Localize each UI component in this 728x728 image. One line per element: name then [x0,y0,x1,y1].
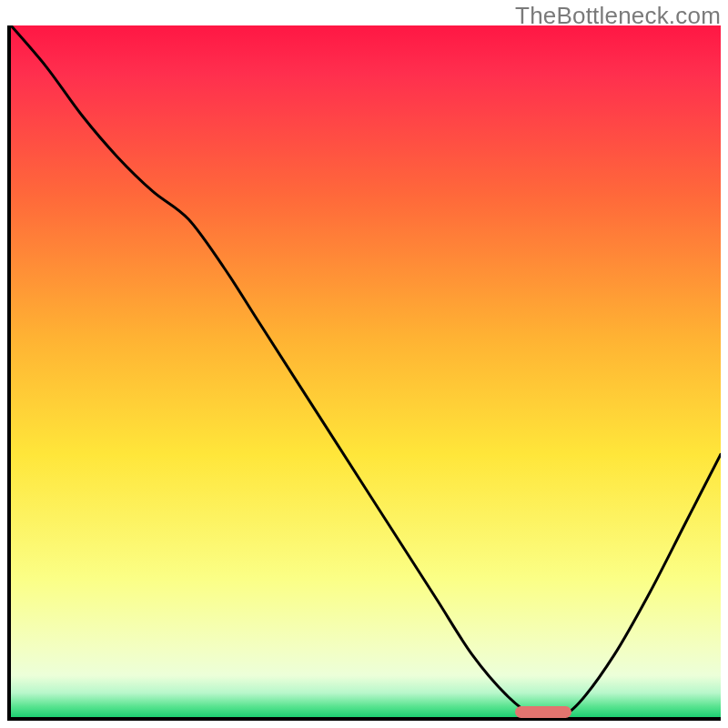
plot-area [7,25,721,721]
optimal-range-marker [515,706,571,718]
chart-root: TheBottleneck.com [0,0,728,728]
bottleneck-curve [11,25,721,717]
curve-layer [11,25,721,717]
